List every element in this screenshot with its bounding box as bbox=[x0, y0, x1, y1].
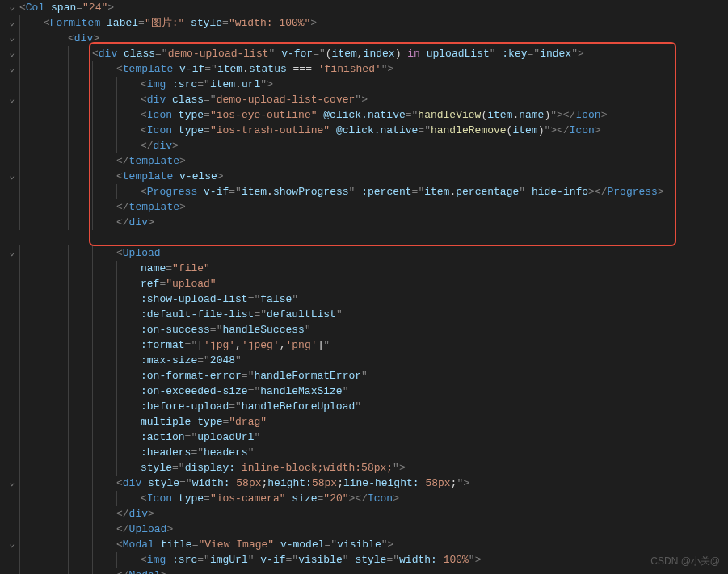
code-line[interactable]: <Modal title="View Image" v-model="visib… bbox=[19, 537, 728, 552]
code-line[interactable]: </div> bbox=[19, 138, 728, 153]
code-line[interactable]: style="display: inline-block;width:58px;… bbox=[19, 460, 728, 476]
code-line[interactable]: <template v-if="item.status === 'finishe… bbox=[19, 61, 728, 77]
code-line[interactable]: <Upload bbox=[19, 245, 728, 261]
code-line[interactable]: <Icon type="ios-eye-outline" @click.nati… bbox=[19, 107, 728, 123]
code-line[interactable]: </template> bbox=[19, 153, 728, 169]
code-line[interactable]: <div> bbox=[19, 31, 728, 46]
code-line[interactable]: </Modal> bbox=[19, 568, 728, 574]
code-line[interactable]: <Col span="24"> bbox=[19, 0, 728, 15]
code-line[interactable]: :on-exceeded-size="handleMaxSize" bbox=[19, 383, 728, 399]
fold-chevron-icon[interactable]: ⌄ bbox=[9, 476, 15, 491]
code-line[interactable]: :default-file-list="defaultList" bbox=[19, 307, 728, 322]
code-line[interactable]: :headers="headers" bbox=[19, 445, 728, 460]
code-line[interactable]: <div class="demo-upload-list" v-for="(it… bbox=[19, 46, 728, 61]
code-line[interactable]: name="file" bbox=[19, 261, 728, 276]
code-area[interactable]: <Col span="24"><FormItem label="图片:" sty… bbox=[16, 0, 728, 574]
code-line[interactable]: </template> bbox=[19, 199, 728, 215]
code-line[interactable]: </div> bbox=[19, 215, 728, 230]
watermark: CSDN @小关@ bbox=[650, 554, 720, 569]
code-line[interactable]: :show-upload-list="false" bbox=[19, 291, 728, 307]
code-line[interactable]: <div class="demo-upload-list-cover"> bbox=[19, 92, 728, 107]
code-line[interactable] bbox=[19, 230, 728, 245]
code-line[interactable]: :before-upload="handleBeforeUpload" bbox=[19, 399, 728, 414]
code-line[interactable]: :format="['jpg','jpeg','png']" bbox=[19, 337, 728, 353]
code-editor[interactable]: ⌄⌄⌄⌄⌄⌄⌄⌄⌄⌄ <Col span="24"><FormItem labe… bbox=[0, 0, 728, 574]
fold-chevron-icon[interactable]: ⌄ bbox=[9, 0, 15, 15]
code-line[interactable]: </Upload> bbox=[19, 522, 728, 537]
code-line[interactable]: :on-format-error="handleFormatError" bbox=[19, 368, 728, 383]
code-line[interactable]: <img :src="imgUrl" v-if="visible" style=… bbox=[19, 552, 728, 568]
code-line[interactable]: <Icon type="ios-camera" size="20"></Icon… bbox=[19, 491, 728, 506]
code-line[interactable]: :action="uploadUrl" bbox=[19, 429, 728, 445]
code-line[interactable]: <img :src="item.url"> bbox=[19, 77, 728, 92]
code-line[interactable]: <FormItem label="图片:" style="width: 100%… bbox=[19, 15, 728, 31]
fold-gutter: ⌄⌄⌄⌄⌄⌄⌄⌄⌄⌄ bbox=[0, 0, 16, 574]
code-line[interactable]: <template v-else> bbox=[19, 169, 728, 184]
fold-chevron-icon[interactable]: ⌄ bbox=[9, 46, 15, 61]
code-line[interactable]: multiple type="drag" bbox=[19, 414, 728, 429]
fold-chevron-icon[interactable]: ⌄ bbox=[9, 15, 15, 31]
code-line[interactable]: <Icon type="ios-trash-outline" @click.na… bbox=[19, 123, 728, 138]
fold-chevron-icon[interactable]: ⌄ bbox=[9, 537, 15, 552]
code-line[interactable]: :on-success="handleSuccess" bbox=[19, 322, 728, 337]
fold-chevron-icon[interactable]: ⌄ bbox=[9, 245, 15, 261]
code-line[interactable]: </div> bbox=[19, 506, 728, 522]
fold-chevron-icon[interactable]: ⌄ bbox=[9, 169, 15, 184]
code-line[interactable]: ref="upload" bbox=[19, 276, 728, 291]
code-line[interactable]: :max-size="2048" bbox=[19, 353, 728, 368]
code-line[interactable]: <div style="width: 58px;height:58px;line… bbox=[19, 476, 728, 491]
fold-chevron-icon[interactable]: ⌄ bbox=[9, 31, 15, 46]
code-line[interactable]: <Progress v-if="item.showProgress" :perc… bbox=[19, 184, 728, 199]
fold-chevron-icon[interactable]: ⌄ bbox=[9, 61, 15, 77]
fold-chevron-icon[interactable]: ⌄ bbox=[9, 92, 15, 107]
